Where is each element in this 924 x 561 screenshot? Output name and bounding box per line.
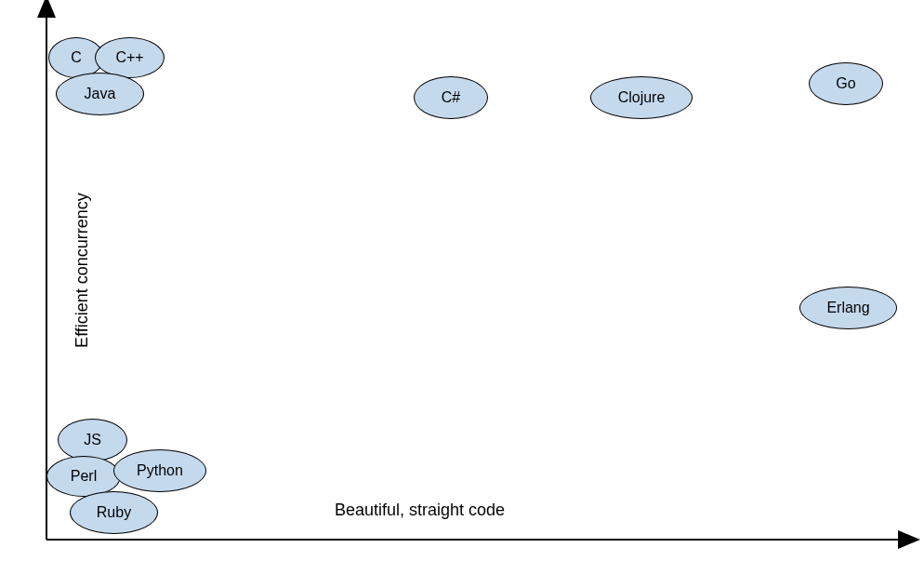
point-label: C# xyxy=(442,89,460,106)
point-js: JS xyxy=(58,419,127,461)
x-axis-label: Beautiful, straight code xyxy=(335,501,505,520)
scatter-chart: Efficient concurrency Beautiful, straigh… xyxy=(19,9,911,549)
y-axis-label: Efficient concurrency xyxy=(73,193,92,348)
point-label: Python xyxy=(137,462,183,479)
point-clojure: Clojure xyxy=(590,76,693,119)
point-erlang: Erlang xyxy=(799,287,897,329)
point-label: C++ xyxy=(115,49,143,66)
point-label: Go xyxy=(836,75,855,92)
point-label: C xyxy=(71,49,82,66)
point-label: Ruby xyxy=(97,504,131,521)
point-label: Java xyxy=(85,86,116,102)
point-label: Clojure xyxy=(618,89,666,106)
point-label: Erlang xyxy=(826,300,869,316)
point-label: Perl xyxy=(71,468,97,485)
point-ruby: Ruby xyxy=(70,491,158,534)
point-go: Go xyxy=(809,62,883,105)
point-python: Python xyxy=(113,449,206,492)
point-label: JS xyxy=(84,432,101,448)
point-csharp: C# xyxy=(414,76,488,119)
point-java: Java xyxy=(56,73,144,115)
